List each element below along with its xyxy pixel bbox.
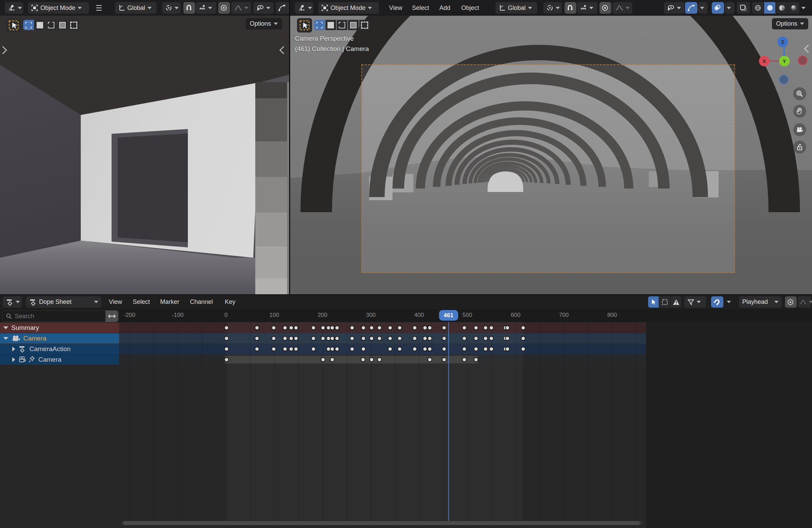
select-mode-subtract[interactable] — [337, 20, 347, 30]
keyframe[interactable] — [283, 325, 287, 330]
keyframe[interactable] — [350, 347, 355, 351]
select-mode-set[interactable] — [314, 20, 325, 30]
keyframe[interactable] — [255, 325, 259, 330]
keyframe[interactable] — [330, 325, 335, 330]
timeline-ruler[interactable]: -200-1000100200300400500600700800461 — [0, 309, 812, 322]
expand-channels-button[interactable] — [105, 310, 118, 322]
proportional-falloff-dropdown[interactable] — [613, 2, 632, 14]
channel-row-summary[interactable]: Summary — [0, 323, 119, 333]
channel-row-camera[interactable]: Camera — [0, 333, 119, 344]
axis-x-ball[interactable]: X — [759, 56, 770, 66]
keyframe[interactable] — [412, 347, 417, 351]
show-hidden-toggle[interactable] — [659, 296, 670, 308]
shading-dropdown[interactable] — [799, 2, 809, 14]
menu-select[interactable]: Select — [410, 0, 431, 16]
playhead-snap-dropdown[interactable]: Playhead — [739, 296, 782, 308]
editor-type-button[interactable] — [3, 296, 22, 308]
keyframe[interactable] — [289, 347, 294, 351]
snap-toggle[interactable] — [565, 2, 576, 14]
keyframe[interactable] — [330, 347, 335, 351]
keyframe[interactable] — [427, 336, 432, 341]
shading-wireframe-button[interactable] — [752, 2, 763, 14]
proportional-falloff-dropdown[interactable] — [231, 2, 251, 14]
select-mode-intersect[interactable] — [68, 20, 79, 30]
keyframe[interactable] — [423, 347, 427, 351]
menu-view[interactable]: View — [387, 0, 404, 16]
left-scene[interactable] — [0, 16, 289, 294]
lock-view-button[interactable] — [793, 141, 806, 154]
options-button[interactable]: Options — [246, 18, 282, 29]
keyframe[interactable] — [330, 336, 335, 341]
keyframe[interactable] — [412, 325, 417, 330]
keyframe[interactable] — [294, 325, 298, 330]
gizmo-toggle[interactable] — [685, 2, 697, 14]
select-mode-set[interactable] — [23, 20, 34, 30]
pivot-point-dropdown[interactable] — [162, 2, 181, 14]
options-button[interactable]: Options — [772, 18, 808, 29]
select-mode-intersect[interactable] — [359, 20, 370, 30]
keyframe[interactable] — [335, 347, 339, 351]
show-errors-toggle[interactable] — [671, 296, 681, 308]
snap-target-dropdown[interactable] — [577, 2, 597, 14]
keyframe[interactable] — [289, 336, 294, 341]
chevron-right-icon[interactable] — [12, 357, 15, 362]
keyframe[interactable] — [505, 336, 510, 341]
gizmo-toggle[interactable] — [276, 2, 289, 14]
keyframe[interactable] — [361, 357, 365, 362]
keyframe[interactable] — [283, 336, 287, 341]
select-mode-extend[interactable] — [35, 20, 45, 30]
keyframe[interactable] — [377, 325, 382, 330]
select-mode-invert[interactable] — [57, 20, 68, 30]
axis-y-ball[interactable]: Y — [779, 56, 790, 66]
snap-toggle[interactable] — [183, 2, 195, 14]
visibility-dropdown[interactable] — [253, 2, 274, 14]
select-mode-subtract[interactable] — [46, 20, 56, 30]
overlays-dropdown[interactable] — [725, 2, 734, 14]
proportional-edit-toggle[interactable] — [600, 2, 611, 14]
keyframe[interactable] — [255, 336, 259, 341]
viewport-menus-button[interactable] — [93, 2, 105, 14]
editor-type-button[interactable] — [5, 2, 23, 14]
axis-x-negative-ball[interactable] — [798, 55, 808, 65]
proportional-falloff-dropdown[interactable] — [798, 296, 811, 308]
current-frame-badge[interactable]: 461 — [439, 310, 458, 321]
zoom-tool-button[interactable] — [793, 87, 806, 100]
keyframe[interactable] — [224, 357, 229, 362]
select-mode-extend[interactable] — [325, 20, 336, 30]
axis-z-ball[interactable]: Z — [777, 37, 788, 47]
keyframe[interactable] — [412, 336, 417, 341]
menu-key[interactable]: Key — [223, 295, 237, 309]
keyframe[interactable] — [350, 325, 355, 330]
transform-orientation-dropdown[interactable]: Global — [115, 2, 157, 14]
dope-sheet-mode-dropdown[interactable]: Dope Sheet — [26, 296, 101, 308]
keyframe[interactable] — [321, 357, 325, 362]
menu-view[interactable]: View — [107, 295, 124, 309]
shading-material-button[interactable] — [776, 2, 787, 14]
keyframe[interactable] — [442, 336, 447, 341]
search-input[interactable]: Search — [2, 310, 105, 322]
keyframe[interactable] — [224, 325, 229, 330]
snap-target-dropdown[interactable] — [196, 2, 216, 14]
select-mode-invert[interactable] — [348, 20, 359, 30]
keyframe[interactable] — [224, 336, 229, 341]
xray-toggle[interactable] — [737, 2, 750, 14]
camera-view-button[interactable] — [793, 123, 806, 136]
editor-type-button[interactable] — [295, 2, 313, 14]
keyframe[interactable] — [350, 336, 355, 341]
keyframe[interactable] — [505, 325, 510, 330]
active-tool-select-box[interactable] — [6, 18, 21, 33]
snap-dropdown[interactable] — [724, 296, 734, 308]
dope-sheet-grid[interactable]: SummaryCameraCameraActionCamera — [0, 322, 812, 528]
channel-row-camera[interactable]: Camera — [0, 355, 119, 365]
keyframe[interactable] — [423, 336, 427, 341]
keyframe[interactable] — [255, 347, 259, 351]
keyframe[interactable] — [283, 347, 287, 351]
viewport-right[interactable]: Camera Perspective (461) Collection | Ca… — [290, 0, 812, 294]
keyframe[interactable] — [321, 325, 325, 330]
playhead[interactable] — [448, 322, 449, 521]
keyframe[interactable] — [335, 325, 339, 330]
menu-select[interactable]: Select — [131, 295, 152, 309]
chevron-down-icon[interactable] — [3, 337, 8, 340]
keyframe[interactable] — [442, 325, 447, 330]
gizmo-dropdown[interactable] — [698, 2, 708, 14]
